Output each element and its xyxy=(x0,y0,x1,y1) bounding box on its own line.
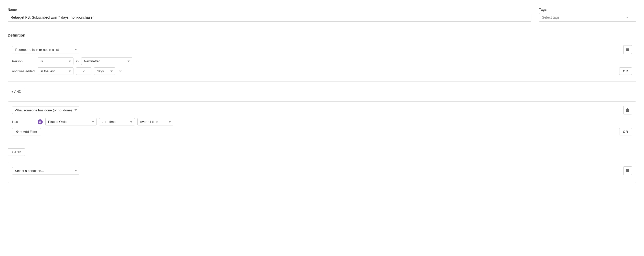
definition-label: Definition xyxy=(8,33,636,37)
condition-type-wrapper-3: Select a condition... If someone is in o… xyxy=(12,167,109,174)
person-is-select[interactable]: is is not xyxy=(38,57,73,65)
condition-header-3: Select a condition... If someone is in o… xyxy=(12,166,632,175)
trash-icon-1: 🗑 xyxy=(626,47,630,52)
condition-delete-button-1[interactable]: 🗑 xyxy=(623,45,632,54)
was-added-row: and was added in the last over all time … xyxy=(12,67,632,75)
name-label: Name xyxy=(8,8,531,11)
condition-header-1: If someone is in or not in a list What s… xyxy=(12,45,632,54)
or-button-2[interactable]: OR xyxy=(619,128,632,135)
zero-times-select[interactable]: zero times at least once exactly xyxy=(99,118,135,125)
placed-order-select[interactable]: Placed Order xyxy=(45,118,96,125)
condition-block-2: If someone is in or not in a list What s… xyxy=(8,101,636,142)
tags-label: Tags xyxy=(539,8,636,11)
has-row: Has W Placed Order zero times at least o… xyxy=(12,118,632,125)
condition-type-select-1[interactable]: If someone is in or not in a list What s… xyxy=(12,46,79,53)
filter-icon: ⚙ xyxy=(16,130,19,134)
over-all-time-select[interactable]: over all time in the last before after xyxy=(137,118,173,125)
condition-delete-button-3[interactable]: 🗑 xyxy=(623,166,632,175)
condition-type-select-2[interactable]: If someone is in or not in a list What s… xyxy=(12,107,79,114)
and-button-1[interactable]: + AND xyxy=(8,88,25,95)
condition-type-wrapper-1: If someone is in or not in a list What s… xyxy=(12,46,109,53)
trash-icon-2: 🗑 xyxy=(626,108,630,112)
condition-type-wrapper-2: If someone is in or not in a list What s… xyxy=(12,107,109,114)
woo-icon: W xyxy=(38,119,43,124)
and-line-1 xyxy=(17,84,17,88)
condition-delete-button-2[interactable]: 🗑 xyxy=(623,106,632,114)
newsletter-select[interactable]: Newsletter xyxy=(81,57,132,65)
close-icon-1: ✕ xyxy=(119,69,122,74)
tags-select[interactable]: Select tags... ▼ xyxy=(539,13,636,22)
and-connector-1: + AND xyxy=(8,84,636,99)
add-filter-label: + Add Filter xyxy=(20,130,37,134)
condition-header-2: If someone is in or not in a list What s… xyxy=(12,106,632,114)
days-number-input[interactable] xyxy=(76,67,91,75)
trash-icon-3: 🗑 xyxy=(626,168,630,173)
in-label: in xyxy=(76,59,79,63)
person-row: Person is is not in Newsletter xyxy=(12,57,632,65)
and-connector-2: + AND xyxy=(8,144,636,160)
or-button-1[interactable]: OR xyxy=(619,67,632,75)
and-line-2 xyxy=(17,144,17,148)
days-unit-select[interactable]: days weeks months xyxy=(94,67,115,75)
and-button-2[interactable]: + AND xyxy=(8,148,25,156)
condition-block-1: If someone is in or not in a list What s… xyxy=(8,41,636,82)
tags-placeholder: Select tags... xyxy=(542,15,563,19)
add-filter-row: ⚙ + Add Filter OR xyxy=(12,128,632,135)
time-condition-select[interactable]: in the last over all time before after xyxy=(38,67,73,75)
condition-block-3: Select a condition... If someone is in o… xyxy=(8,162,636,183)
name-input[interactable] xyxy=(8,13,531,22)
was-added-label: and was added xyxy=(12,69,35,73)
tags-chevron-icon: ▼ xyxy=(626,16,628,19)
person-label: Person xyxy=(12,59,35,63)
clear-time-button[interactable]: ✕ xyxy=(118,68,123,74)
and-line-1b xyxy=(17,95,17,99)
has-label: Has xyxy=(12,120,35,124)
add-filter-button[interactable]: ⚙ + Add Filter xyxy=(12,128,41,135)
and-line-2b xyxy=(17,156,17,160)
condition-type-select-3[interactable]: Select a condition... If someone is in o… xyxy=(12,167,79,174)
